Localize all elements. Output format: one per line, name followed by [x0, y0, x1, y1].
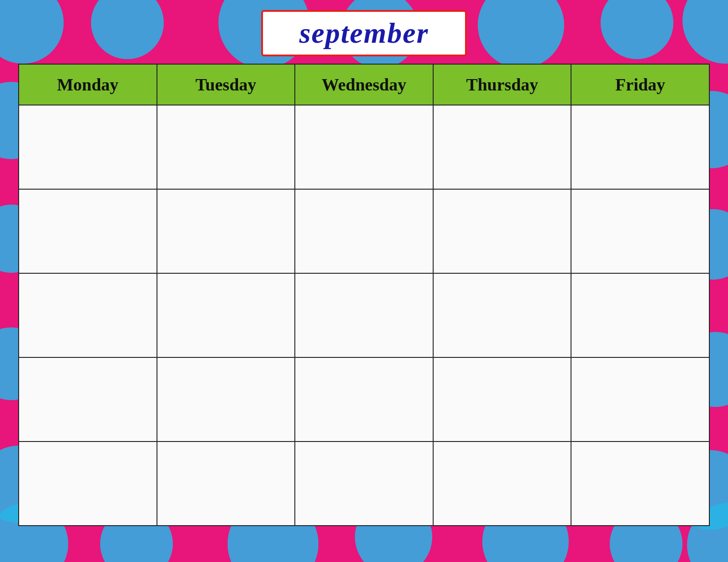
calendar-table: Monday Tuesday Wednesday Thursday Friday [18, 64, 710, 526]
cell-r1c1[interactable] [19, 105, 157, 189]
cell-r1c4[interactable] [433, 105, 571, 189]
header-wednesday: Wednesday [295, 64, 433, 105]
header-thursday: Thursday [433, 64, 571, 105]
header-tuesday: Tuesday [157, 64, 295, 105]
month-title: september [299, 17, 429, 49]
header-friday: Friday [571, 64, 709, 105]
cell-r5c2[interactable] [157, 442, 295, 526]
cell-r5c1[interactable] [19, 442, 157, 526]
cell-r4c2[interactable] [157, 357, 295, 442]
cell-r4c4[interactable] [433, 357, 571, 442]
cell-r4c1[interactable] [19, 357, 157, 442]
cell-r1c5[interactable] [571, 105, 709, 189]
month-title-box: september [261, 10, 467, 56]
header-row: Monday Tuesday Wednesday Thursday Friday [19, 64, 709, 105]
cell-r5c5[interactable] [571, 442, 709, 526]
cell-r1c2[interactable] [157, 105, 295, 189]
table-row [19, 189, 709, 273]
cell-r5c3[interactable] [295, 442, 433, 526]
main-container: september Monday Tuesday Wednesday Thurs… [0, 0, 728, 562]
cell-r2c1[interactable] [19, 189, 157, 273]
table-row [19, 357, 709, 442]
cell-r2c3[interactable] [295, 189, 433, 273]
table-row [19, 273, 709, 357]
cell-r3c1[interactable] [19, 273, 157, 357]
header-monday: Monday [19, 64, 157, 105]
table-row [19, 442, 709, 526]
cell-r2c5[interactable] [571, 189, 709, 273]
cell-r3c3[interactable] [295, 273, 433, 357]
cell-r3c4[interactable] [433, 273, 571, 357]
cell-r4c3[interactable] [295, 357, 433, 442]
cell-r3c5[interactable] [571, 273, 709, 357]
cell-r4c5[interactable] [571, 357, 709, 442]
cell-r5c4[interactable] [433, 442, 571, 526]
cell-r3c2[interactable] [157, 273, 295, 357]
cell-r2c4[interactable] [433, 189, 571, 273]
cell-r2c2[interactable] [157, 189, 295, 273]
table-row [19, 105, 709, 189]
cell-r1c3[interactable] [295, 105, 433, 189]
